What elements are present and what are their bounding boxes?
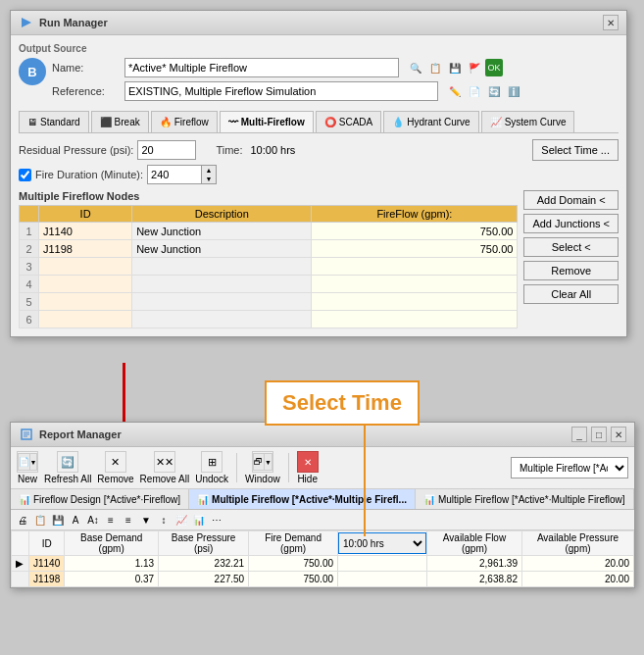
sec-graph-icon[interactable]: 📈 (173, 512, 189, 528)
refresh-icon[interactable]: 🔄 (485, 82, 503, 100)
sec-filter-icon[interactable]: ▼ (138, 512, 154, 528)
sec-chart2-icon[interactable]: 📊 (191, 512, 207, 528)
tab-multi-fireflow-active[interactable]: 📊 Multiple Fireflow [*Active*·Multiple F… (189, 489, 416, 509)
fire-demand-cell: 750.00 (249, 556, 338, 572)
select-button[interactable]: Select < (523, 237, 619, 257)
hydrant-icon: 💧 (392, 117, 404, 127)
remove-button[interactable]: Remove (523, 261, 619, 280)
multiple-fireflow-nodes-title: Multiple Fireflow Nodes (19, 190, 518, 202)
svg-marker-0 (22, 18, 31, 27)
tab-fireflow-label: Fireflow Design [*Active*·Fireflow] (33, 494, 180, 505)
table-row: 5 (20, 293, 518, 311)
tab-multi-fireflow[interactable]: 〰 Multi-Fireflow (220, 111, 314, 132)
sec-save-icon[interactable]: 💾 (50, 512, 66, 528)
sec-sort-icon[interactable]: ↕ (156, 512, 172, 528)
name-input[interactable] (124, 58, 399, 77)
fire-duration-label: Fire Duration (Minute): (35, 169, 143, 180)
fire-icon: 🔥 (160, 117, 172, 127)
sec-copy-icon[interactable]: 📋 (32, 512, 48, 528)
scada-icon: ⭕ (324, 117, 336, 127)
remove-report-button[interactable]: ✕ Remove (97, 451, 133, 484)
copy-icon[interactable]: 📋 (426, 59, 444, 76)
output-source-label: Output Source (19, 43, 619, 54)
time-label: Time: (216, 144, 242, 156)
col-fire-demand: Fire Demand (gpm) (249, 531, 338, 556)
spinner-up[interactable]: ▲ (202, 166, 216, 175)
tab-multi2-label: Multiple Fireflow [*Active*·Multiple Fir… (438, 494, 625, 505)
copy2-icon[interactable]: 📄 (466, 82, 483, 100)
flag-icon[interactable]: 🚩 (466, 59, 483, 76)
remove-all-button[interactable]: ✕✕ Remove All (140, 451, 190, 484)
avail-pressure-cell2: 20.00 (521, 572, 633, 587)
base-pressure-cell2: 227.50 (159, 572, 249, 587)
add-domain-button[interactable]: Add Domain < (523, 190, 619, 210)
fire-duration-input[interactable] (147, 165, 201, 184)
multi-fire-icon: 〰 (228, 117, 238, 127)
sec-bold-icon[interactable]: A (68, 512, 83, 528)
clear-all-button[interactable]: Clear All (523, 284, 619, 304)
tab-fireflow-icon: 📊 (19, 494, 30, 505)
sec-col2-icon[interactable]: ≡ (121, 512, 136, 528)
fire-duration-checkbox[interactable] (19, 169, 31, 181)
window-button[interactable]: 🗗 ▼ Window (245, 451, 280, 484)
pressure-cell2 (338, 572, 427, 587)
ok-icon[interactable]: OK (485, 59, 503, 76)
curve-icon: 📈 (490, 117, 502, 127)
table-row: 6 (20, 311, 518, 328)
time-select-input[interactable]: 10:00 hrs (338, 532, 426, 554)
tab-fireflow-design[interactable]: 📊 Fireflow Design [*Active*·Fireflow] (11, 489, 189, 509)
multi-fireflow-select[interactable]: Multiple Fireflow [*Ac (511, 457, 628, 479)
col-base-demand: Base Demand (gpm) (65, 531, 159, 556)
tab-bar: 🖥 Standard ⬛ Break 🔥 Fireflow 〰 Multi-Fi… (19, 111, 619, 133)
sec-font-icon[interactable]: A↕ (85, 512, 101, 528)
sec-more-icon[interactable]: ⋯ (209, 512, 224, 528)
sec-print-icon[interactable]: 🖨 (15, 512, 30, 528)
report-toolbar: 📄 ▼ New 🔄 Refresh All ✕ Remove ✕✕ Remove… (11, 447, 634, 489)
sec-col1-icon[interactable]: ≡ (103, 512, 119, 528)
refresh-all-button[interactable]: 🔄 Refresh All (44, 451, 91, 484)
table-row: 4 (20, 276, 518, 293)
new-button[interactable]: 📄 ▼ New (17, 451, 38, 484)
hide-label: Hide (297, 474, 318, 484)
minimize-button[interactable]: _ (571, 427, 587, 442)
col-id: ID (39, 206, 132, 223)
run-manager-title-bar: Run Manager ✕ (11, 11, 626, 35)
save-icon[interactable]: 💾 (446, 59, 464, 76)
run-manager-window: Run Manager ✕ Output Source B Name: 🔍 📋 … (10, 10, 627, 337)
col-time-select[interactable]: 10:00 hrs (338, 531, 427, 556)
connector-line (364, 414, 366, 536)
tab-scada[interactable]: ⭕ SCADA (316, 111, 381, 132)
tab-break[interactable]: ⬛ Break (91, 111, 149, 132)
tab-standard[interactable]: 🖥 Standard (19, 111, 89, 132)
edit-icon[interactable]: ✏️ (446, 82, 464, 100)
base-pressure-cell: 232.21 (159, 556, 249, 572)
arrow-shaft (123, 363, 125, 422)
col-avail-flow: Available Flow (gpm) (427, 531, 522, 556)
select-time-button[interactable]: Select Time ... (532, 139, 619, 161)
tab-hydrant-curve[interactable]: 💧 Hydrant Curve (383, 111, 478, 132)
toolbar-separator2 (288, 453, 289, 482)
output-source-icon: B (19, 58, 46, 85)
hide-button[interactable]: ✕ Hide (297, 451, 319, 484)
maximize-button[interactable]: □ (591, 427, 607, 442)
tab-system-curve[interactable]: 📈 System Curve (481, 111, 575, 132)
fire-demand-cell2: 750.00 (249, 572, 338, 587)
close-button[interactable]: ✕ (603, 15, 619, 30)
row-icon2 (12, 572, 29, 587)
residual-pressure-input[interactable] (137, 140, 196, 160)
spinner-down[interactable]: ▼ (202, 175, 216, 183)
select-time-callout: Select Time (265, 380, 420, 426)
add-junctions-button[interactable]: Add Junctions < (523, 214, 619, 233)
search-icon[interactable]: 🔍 (407, 59, 424, 76)
info-icon[interactable]: ℹ️ (505, 82, 522, 100)
tab-multi-fireflow2[interactable]: 📊 Multiple Fireflow [*Active*·Multiple F… (416, 489, 634, 509)
report-manager-window: Report Manager _ □ ✕ 📄 ▼ New 🔄 Refresh A… (10, 422, 635, 588)
close-report-button[interactable]: ✕ (611, 427, 626, 442)
tab-fireflow[interactable]: 🔥 Fireflow (151, 111, 218, 132)
reference-label: Reference: (52, 85, 121, 97)
reference-input[interactable] (124, 81, 438, 101)
undock-button[interactable]: ⊞ Undock (195, 451, 228, 484)
base-demand-cell2: 0.37 (65, 572, 159, 587)
toolbar-separator (236, 453, 237, 482)
new-label: New (18, 474, 37, 484)
